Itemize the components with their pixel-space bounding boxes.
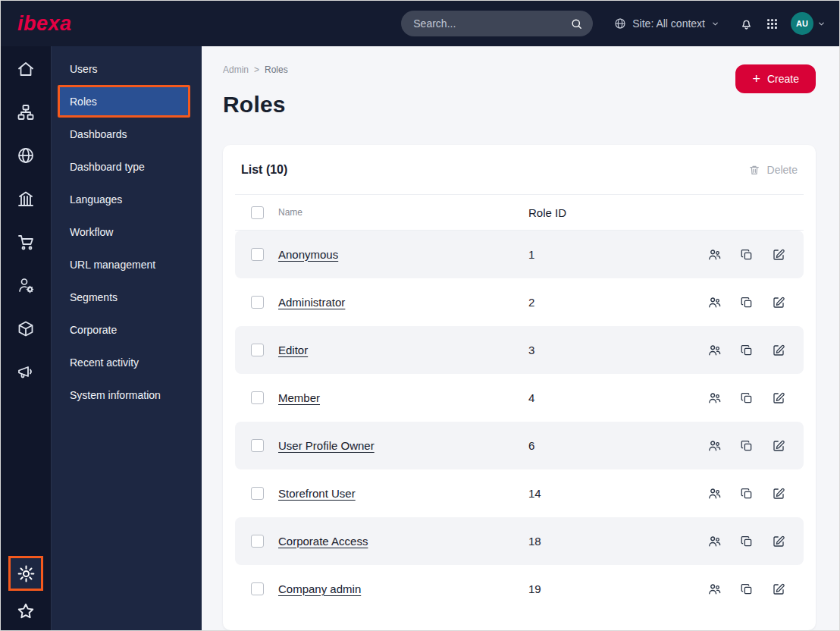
trash-icon: [748, 164, 760, 176]
role-name-link[interactable]: Anonymous: [278, 248, 338, 261]
settings-gear-icon[interactable]: [8, 556, 43, 591]
sidebar-item[interactable]: Corporate: [52, 313, 202, 346]
sidebar-item[interactable]: Workflow: [52, 215, 202, 248]
row-checkbox[interactable]: [251, 248, 264, 261]
sidebar-item-label: Segments: [70, 291, 118, 303]
assign-users-icon[interactable]: [707, 486, 722, 501]
edit-icon[interactable]: [772, 582, 785, 596]
role-name-link[interactable]: Company admin: [278, 582, 361, 595]
table-row: Editor 3: [235, 326, 804, 374]
row-actions: [707, 534, 785, 548]
row-actions: [707, 247, 785, 262]
row-checkbox[interactable]: [251, 296, 264, 309]
sidebar-item[interactable]: Users: [52, 52, 202, 85]
copy-icon[interactable]: [740, 344, 754, 357]
site-context-selector[interactable]: Site: All context: [614, 17, 719, 30]
role-id-value: 14: [528, 487, 707, 500]
table-row: User Profile Owner 6: [235, 422, 804, 469]
create-button[interactable]: + Create: [735, 64, 816, 93]
row-actions: [707, 582, 785, 596]
role-id-value: 4: [528, 391, 707, 404]
role-name-link[interactable]: Member: [278, 391, 320, 404]
assign-users-icon[interactable]: [707, 438, 722, 453]
card-header: List (10) Delete: [235, 145, 804, 195]
table-row: Company admin 19: [235, 565, 804, 613]
row-checkbox[interactable]: [251, 391, 264, 404]
globe-icon[interactable]: [11, 140, 41, 171]
copy-icon[interactable]: [740, 248, 754, 262]
home-icon[interactable]: [11, 54, 41, 84]
role-name-link[interactable]: Storefront User: [278, 487, 356, 500]
edit-icon[interactable]: [772, 439, 785, 453]
chevron-down-icon: [711, 20, 719, 28]
sidebar-item-label: Dashboard type: [70, 161, 145, 173]
role-name-link[interactable]: User Profile Owner: [278, 439, 375, 452]
copy-icon[interactable]: [740, 296, 754, 309]
roles-list-card: List (10) Delete Name Role ID: [223, 145, 816, 630]
table-row: Storefront User 14: [235, 469, 804, 517]
row-checkbox[interactable]: [251, 487, 264, 500]
row-checkbox[interactable]: [251, 344, 264, 356]
role-name-link[interactable]: Corporate Access: [278, 535, 368, 548]
building-icon[interactable]: [11, 184, 41, 214]
assign-users-icon[interactable]: [707, 582, 722, 596]
assign-users-icon[interactable]: [707, 534, 722, 548]
delete-button[interactable]: Delete: [748, 164, 798, 176]
ibexa-logo[interactable]: ibexa: [17, 12, 72, 36]
copy-icon[interactable]: [740, 535, 754, 548]
search-icon[interactable]: [570, 17, 583, 30]
edit-icon[interactable]: [772, 296, 785, 309]
star-icon[interactable]: [16, 601, 36, 624]
edit-icon[interactable]: [772, 248, 785, 262]
package-icon[interactable]: [11, 313, 41, 344]
assign-users-icon[interactable]: [707, 247, 722, 262]
copy-icon[interactable]: [740, 582, 754, 596]
row-checkbox[interactable]: [251, 582, 264, 595]
role-id-value: 1: [528, 248, 707, 261]
edit-icon[interactable]: [772, 535, 785, 548]
site-structure-icon[interactable]: [11, 97, 41, 127]
assign-users-icon[interactable]: [707, 343, 722, 357]
icon-rail: [1, 46, 51, 630]
role-name-link[interactable]: Editor: [278, 344, 308, 356]
sidebar-item-label: Users: [70, 63, 98, 75]
sidebar-item[interactable]: Roles: [58, 85, 190, 118]
avatar[interactable]: AU: [791, 12, 813, 35]
user-menu[interactable]: AU: [791, 12, 826, 35]
cart-icon[interactable]: [11, 227, 41, 257]
sidebar-item[interactable]: Languages: [52, 183, 202, 215]
row-actions: [707, 391, 785, 405]
copy-icon[interactable]: [740, 439, 754, 453]
column-header-role-id: Role ID: [528, 206, 785, 219]
assign-users-icon[interactable]: [707, 295, 722, 309]
copy-icon[interactable]: [740, 487, 754, 501]
sidebar-item[interactable]: URL management: [52, 248, 202, 281]
row-checkbox[interactable]: [251, 439, 264, 452]
breadcrumb-item-admin[interactable]: Admin: [223, 64, 249, 75]
edit-icon[interactable]: [772, 487, 785, 501]
sidebar-item[interactable]: System information: [52, 378, 202, 411]
megaphone-icon[interactable]: [11, 356, 41, 387]
sidebar-item[interactable]: Recent activity: [52, 346, 202, 378]
chevron-down-icon: [817, 20, 826, 28]
sidebar-item[interactable]: Segments: [52, 281, 202, 313]
copy-icon[interactable]: [740, 391, 754, 405]
list-title: List (10): [241, 163, 287, 177]
select-all-checkbox[interactable]: [251, 206, 264, 219]
role-name-link[interactable]: Administrator: [278, 296, 345, 309]
breadcrumb-item-roles[interactable]: Roles: [265, 64, 288, 75]
search-input[interactable]: [401, 17, 570, 30]
apps-grid-icon[interactable]: [766, 17, 779, 30]
edit-icon[interactable]: [772, 344, 785, 357]
assign-users-icon[interactable]: [707, 391, 722, 405]
global-search[interactable]: [401, 11, 593, 36]
role-id-value: 19: [528, 582, 707, 595]
table-row: Corporate Access 18: [235, 517, 804, 565]
row-checkbox[interactable]: [251, 535, 264, 548]
customer-settings-icon[interactable]: [11, 270, 41, 300]
edit-icon[interactable]: [772, 391, 785, 405]
sidebar-item[interactable]: Dashboards: [52, 118, 202, 150]
table-row: Anonymous 1: [235, 231, 804, 278]
notifications-bell-icon[interactable]: [739, 17, 754, 31]
sidebar-item[interactable]: Dashboard type: [52, 150, 202, 183]
